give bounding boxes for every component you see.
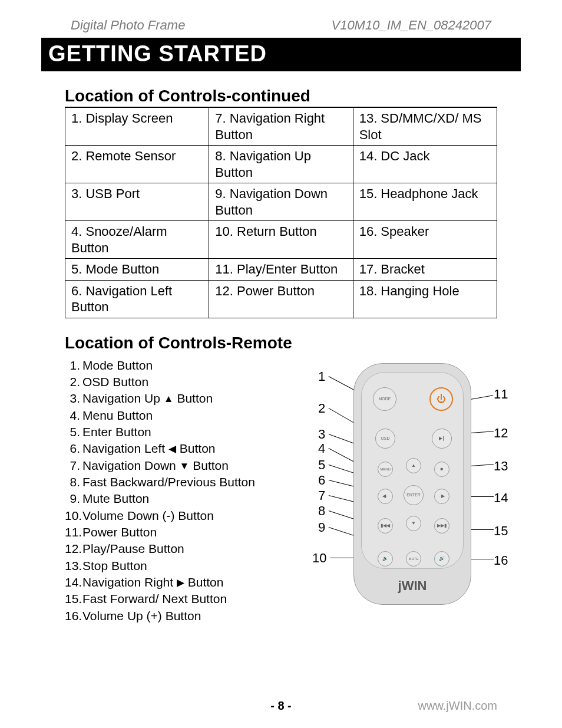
remote-body: MODE ⏻ OSD ▶∥ MENU ▲ ■ ◀·· ENTER ··▶ ▮◀◀… bbox=[353, 363, 471, 605]
vol-down-icon: 🔉 bbox=[378, 551, 393, 566]
list-item: 13.Stop Button bbox=[65, 558, 283, 574]
table-cell: 13. SD/MMC/XD/ MS Slot bbox=[353, 108, 497, 146]
triangle-down-icon: ▼ bbox=[180, 460, 190, 473]
nav-left-icon: ◀·· bbox=[378, 489, 393, 504]
callout-2: 2 bbox=[318, 401, 325, 416]
table-cell: 11. Play/Enter Button bbox=[209, 259, 353, 281]
list-item: 10.Volume Down (-) Button bbox=[65, 508, 283, 524]
list-item: 6.Navigation Left ◀ Button bbox=[65, 440, 283, 457]
osd-button-icon: OSD bbox=[375, 429, 395, 449]
subtitle-controls-continued: Location of Controls-continued bbox=[65, 87, 497, 108]
stop-button-icon: ■ bbox=[434, 462, 449, 477]
list-item: 11.Power Button bbox=[65, 524, 283, 541]
table-row: 6. Navigation Left Button 12. Power Butt… bbox=[65, 280, 497, 318]
table-cell: 16. Speaker bbox=[353, 221, 497, 259]
table-cell: 8. Navigation Up Button bbox=[209, 146, 353, 183]
table-cell: 14. DC Jack bbox=[353, 146, 497, 183]
table-row: 2. Remote Sensor 8. Navigation Up Button… bbox=[65, 146, 497, 183]
list-item: 7.Navigation Down ▼ Button bbox=[65, 457, 283, 474]
header-left: Digital Photo Frame bbox=[71, 18, 185, 33]
subtitle-controls-remote: Location of Controls-Remote bbox=[65, 334, 497, 354]
page-header: Digital Photo Frame V10M10_IM_EN_0824200… bbox=[47, 18, 515, 37]
table-cell: 2. Remote Sensor bbox=[65, 146, 209, 183]
callout-9: 9 bbox=[318, 520, 325, 535]
footer-url: www.jWIN.com bbox=[418, 699, 497, 713]
nav-up-icon: ▲ bbox=[406, 458, 421, 473]
callout-15: 15 bbox=[494, 523, 508, 539]
page-footer: - 8 - www.jWIN.com bbox=[0, 699, 562, 713]
remote-brand-label: jWIN bbox=[354, 578, 471, 594]
table-cell: 5. Mode Button bbox=[65, 259, 209, 281]
list-item: 8.Fast Backward/Previous Button bbox=[65, 474, 283, 490]
callout-11: 11 bbox=[494, 387, 508, 402]
list-item: 16.Volume Up (+) Button bbox=[65, 608, 283, 624]
list-item: 1.Mode Button bbox=[65, 357, 283, 374]
remote-diagram: 1 2 3 4 5 6 7 8 9 10 11 12 13 14 15 16 bbox=[283, 357, 497, 611]
callout-7: 7 bbox=[318, 488, 325, 503]
enter-button-icon: ENTER bbox=[404, 485, 424, 505]
table-row: 3. USB Port 9. Navigation Down Button 15… bbox=[65, 183, 497, 221]
callout-14: 14 bbox=[494, 490, 508, 506]
list-item: 12.Play/Pause Button bbox=[65, 541, 283, 557]
table-row: 4. Snooze/Alarm Button 10. Return Button… bbox=[65, 221, 497, 259]
prev-button-icon: ▮◀◀ bbox=[378, 518, 393, 533]
nav-down-icon: ▼ bbox=[406, 516, 421, 531]
callout-8: 8 bbox=[318, 503, 325, 519]
play-button-icon: ▶∥ bbox=[432, 429, 452, 449]
remote-list: 1.Mode Button 2.OSD Button 3.Navigation … bbox=[65, 357, 283, 625]
section-banner: GETTING STARTED bbox=[41, 38, 521, 71]
triangle-left-icon: ◀ bbox=[168, 443, 176, 456]
table-cell: 10. Return Button bbox=[209, 221, 353, 259]
table-cell: 12. Power Button bbox=[209, 280, 353, 318]
list-item: 4.Menu Button bbox=[65, 407, 283, 424]
callout-13: 13 bbox=[494, 459, 508, 474]
table-cell: 15. Headphone Jack bbox=[353, 183, 497, 221]
table-cell: 17. Bracket bbox=[353, 259, 497, 281]
callout-16: 16 bbox=[494, 553, 508, 568]
controls-table: 1. Display Screen 7. Navigation Right Bu… bbox=[65, 108, 497, 318]
callout-12: 12 bbox=[494, 426, 508, 441]
callout-10: 10 bbox=[312, 551, 326, 566]
mode-button-icon: MODE bbox=[373, 387, 396, 411]
callout-6: 6 bbox=[318, 473, 325, 488]
list-item: 14.Navigation Right ▶ Button bbox=[65, 574, 283, 591]
page-number: - 8 - bbox=[270, 699, 292, 713]
list-item: 15.Fast Forward/ Next Button bbox=[65, 591, 283, 607]
table-cell: 3. USB Port bbox=[65, 183, 209, 221]
callout-1: 1 bbox=[318, 369, 325, 384]
list-item: 3.Navigation Up ▲ Button bbox=[65, 390, 283, 407]
nav-right-icon: ··▶ bbox=[434, 489, 449, 504]
header-right: V10M10_IM_EN_08242007 bbox=[331, 18, 491, 33]
list-item: 5.Enter Button bbox=[65, 424, 283, 440]
list-item: 2.OSD Button bbox=[65, 374, 283, 390]
vol-up-icon: 🔊 bbox=[434, 551, 449, 566]
list-item: 9.Mute Button bbox=[65, 490, 283, 507]
table-cell: 1. Display Screen bbox=[65, 108, 209, 146]
power-button-icon: ⏻ bbox=[429, 387, 453, 411]
table-cell: 6. Navigation Left Button bbox=[65, 280, 209, 318]
table-row: 5. Mode Button 11. Play/Enter Button 17.… bbox=[65, 259, 497, 281]
mute-button-icon: MUTE bbox=[406, 551, 421, 566]
table-cell: 4. Snooze/Alarm Button bbox=[65, 221, 209, 259]
callout-5: 5 bbox=[318, 457, 325, 473]
triangle-right-icon: ▶ bbox=[177, 577, 184, 590]
table-cell: 9. Navigation Down Button bbox=[209, 183, 353, 221]
callout-4: 4 bbox=[318, 441, 325, 456]
table-cell: 18. Hanging Hole bbox=[353, 280, 497, 318]
menu-button-icon: MENU bbox=[378, 462, 393, 477]
next-button-icon: ▶▶▮ bbox=[434, 518, 449, 533]
triangle-up-icon: ▲ bbox=[164, 393, 174, 406]
callout-3: 3 bbox=[318, 427, 325, 442]
table-cell: 7. Navigation Right Button bbox=[209, 108, 353, 146]
table-row: 1. Display Screen 7. Navigation Right Bu… bbox=[65, 108, 497, 146]
